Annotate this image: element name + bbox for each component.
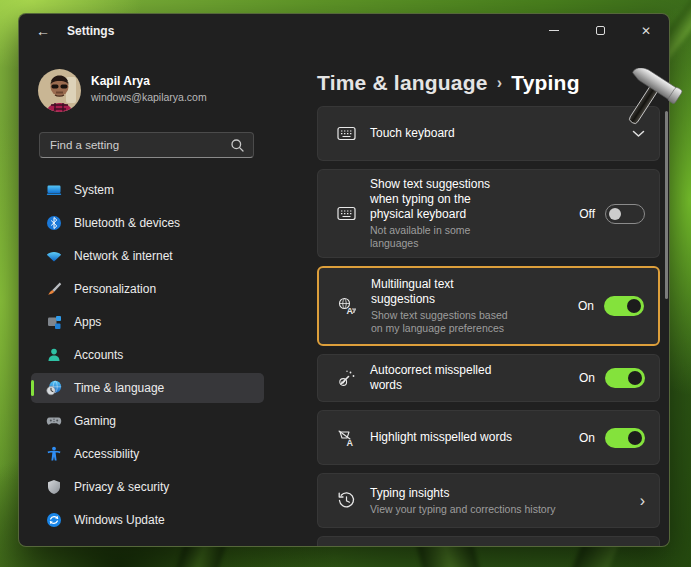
sidebar-item-label: Bluetooth & devices xyxy=(74,216,180,230)
hw-text-suggestions-toggle[interactable] xyxy=(605,204,645,224)
toggle-state-label: On xyxy=(578,299,594,313)
maximize-button[interactable] xyxy=(577,14,623,47)
sidebar-item-label: Network & internet xyxy=(74,249,173,263)
card-hw-text-suggestions: Show text suggestions when typing on the… xyxy=(317,169,660,258)
sidebar-item-time-language[interactable]: Time & language xyxy=(31,373,264,403)
sidebar-item-gaming[interactable]: Gaming xyxy=(31,406,264,436)
typing-insights-icon xyxy=(335,491,357,510)
chevron-down-icon[interactable] xyxy=(632,130,645,138)
sidebar-item-windows-update[interactable]: Windows Update xyxy=(31,505,264,535)
sidebar-item-label: Accounts xyxy=(74,348,123,362)
app-title: Settings xyxy=(67,14,114,48)
breadcrumb-separator-icon: › xyxy=(497,74,503,91)
sidebar-item-label: Personalization xyxy=(74,282,156,296)
close-button[interactable]: ✕ xyxy=(623,14,669,47)
page-title: Typing xyxy=(511,71,579,94)
card-title: Highlight misspelled words xyxy=(370,430,579,445)
system-icon xyxy=(46,182,62,198)
svg-text:A: A xyxy=(347,306,354,315)
sidebar-item-apps[interactable]: Apps xyxy=(31,307,264,337)
svg-text:A: A xyxy=(347,437,354,447)
card-partial xyxy=(317,536,660,547)
card-subtitle: Show text suggestions based on my langua… xyxy=(371,309,516,335)
card-title: Touch keyboard xyxy=(370,126,632,141)
breadcrumb: Time & language›Typing xyxy=(317,71,580,95)
multilingual-suggestions-toggle[interactable] xyxy=(604,296,644,316)
card-subtitle: Not available in some languages xyxy=(370,224,515,250)
personalization-icon xyxy=(46,281,62,297)
sidebar-item-personalization[interactable]: Personalization xyxy=(31,274,264,304)
sidebar-item-label: System xyxy=(74,183,114,197)
touch-keyboard-icon xyxy=(335,126,357,141)
card-title: Typing insights xyxy=(370,486,640,501)
search-icon xyxy=(230,138,245,153)
card-touch-keyboard[interactable]: Touch keyboard xyxy=(317,106,660,161)
card-title: Autocorrect misspelled words xyxy=(370,363,515,393)
time-language-icon xyxy=(46,380,62,396)
card-subtitle: View your typing and corrections history xyxy=(370,503,640,516)
toggle-state-label: Off xyxy=(579,207,595,221)
back-icon: ← xyxy=(36,23,50,39)
minimize-button[interactable] xyxy=(531,14,577,47)
autocorrect-toggle[interactable] xyxy=(605,368,645,388)
toggle-knob xyxy=(627,299,641,313)
highlight-misspelled-icon: A xyxy=(335,429,357,447)
windows-update-icon xyxy=(46,512,62,528)
settings-list: Touch keyboard Show text suggestions whe… xyxy=(317,106,660,547)
accessibility-icon xyxy=(46,446,62,462)
maximize-icon xyxy=(596,26,605,35)
titlebar: ← Settings ✕ xyxy=(19,14,669,48)
card-title: Show text suggestions when typing on the… xyxy=(370,177,515,222)
toggle-state-label: On xyxy=(579,371,595,385)
sidebar-item-label: Accessibility xyxy=(74,447,139,461)
autocorrect-icon xyxy=(335,369,357,387)
card-typing-insights[interactable]: Typing insights View your typing and cor… xyxy=(317,473,660,528)
privacy-icon xyxy=(46,479,62,495)
card-multilingual-suggestions: A Multilingual text suggestions Show tex… xyxy=(317,266,660,346)
bluetooth-icon xyxy=(46,215,62,231)
minimize-icon xyxy=(549,30,559,31)
avatar[interactable] xyxy=(38,69,81,112)
card-title: Multilingual text suggestions xyxy=(371,277,516,307)
avatar-image xyxy=(38,69,81,112)
sidebar-item-label: Gaming xyxy=(74,414,116,428)
toggle-knob xyxy=(628,371,642,385)
sidebar-item-privacy-security[interactable]: Privacy & security xyxy=(31,472,264,502)
breadcrumb-parent[interactable]: Time & language xyxy=(317,71,488,94)
card-autocorrect: Autocorrect misspelled words On xyxy=(317,354,660,402)
search-input[interactable] xyxy=(40,133,253,157)
toggle-state-label: On xyxy=(579,431,595,445)
sidebar-item-bluetooth-devices[interactable]: Bluetooth & devices xyxy=(31,208,264,238)
scrollbar[interactable] xyxy=(665,111,668,299)
toggle-knob xyxy=(628,431,642,445)
search-box xyxy=(39,132,254,158)
sidebar-item-network-internet[interactable]: Network & internet xyxy=(31,241,264,271)
accounts-icon xyxy=(46,347,62,363)
sidebar-item-label: Time & language xyxy=(74,381,164,395)
sidebar-item-accounts[interactable]: Accounts xyxy=(31,340,264,370)
profile-name: Kapil Arya xyxy=(91,74,150,88)
back-button[interactable]: ← xyxy=(29,18,57,44)
sidebar-item-system[interactable]: System xyxy=(31,175,264,205)
network-icon xyxy=(46,248,62,264)
highlight-misspelled-toggle[interactable] xyxy=(605,428,645,448)
gaming-icon xyxy=(46,413,62,429)
sidebar-item-label: Windows Update xyxy=(74,513,165,527)
chevron-right-icon: › xyxy=(640,493,645,509)
apps-icon xyxy=(46,314,62,330)
settings-window: ← Settings ✕ Kapil Arya windows@kapilary… xyxy=(18,13,670,547)
close-icon: ✕ xyxy=(641,24,651,38)
toggle-knob xyxy=(609,208,621,220)
multilingual-icon: A xyxy=(336,297,358,315)
sidebar-item-label: Apps xyxy=(74,315,101,329)
sidebar-item-accessibility[interactable]: Accessibility xyxy=(31,439,264,469)
sidebar-item-label: Privacy & security xyxy=(74,480,169,494)
card-highlight-misspelled: A Highlight misspelled words On xyxy=(317,410,660,465)
physical-keyboard-icon xyxy=(335,206,357,221)
profile-email: windows@kapilarya.com xyxy=(91,91,207,103)
sidebar-nav: System Bluetooth & devices Network & int… xyxy=(31,175,264,535)
